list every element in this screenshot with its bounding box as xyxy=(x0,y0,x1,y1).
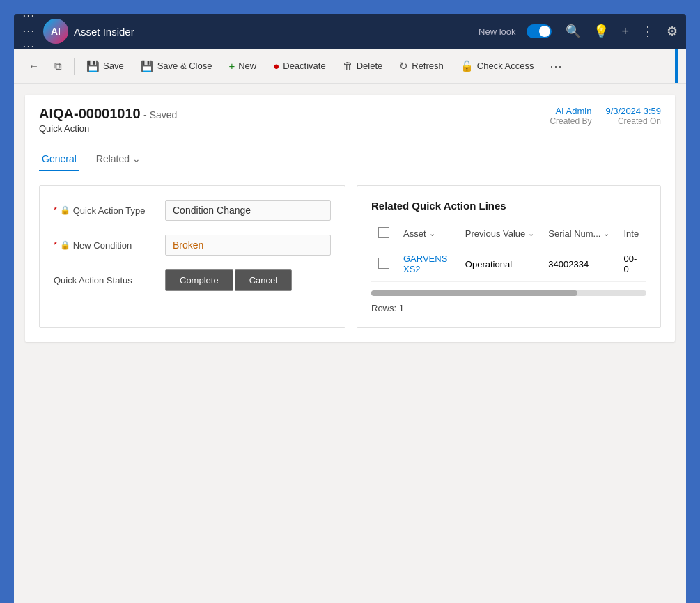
toolbar-divider-1 xyxy=(74,58,75,75)
inte-cell: 00-0 xyxy=(616,246,646,282)
back-icon: ← xyxy=(29,60,39,72)
complete-button[interactable]: Complete xyxy=(165,269,233,291)
back-button[interactable]: ← xyxy=(22,55,45,77)
serial-num-col-header[interactable]: Serial Num... ⌄ xyxy=(541,221,616,246)
delete-icon: 🗑 xyxy=(343,60,353,72)
table-row: GARVENS XS2 Operational 34002334 00-0 xyxy=(371,246,646,282)
created-by-label: Created By xyxy=(550,116,591,126)
nav-right-section: New look xyxy=(479,24,552,38)
tab-related-chevron: ⌄ xyxy=(132,153,141,164)
popout-icon: ⧉ xyxy=(54,60,62,72)
previous-value-col-header-content: Previous Value ⌄ xyxy=(465,228,534,239)
created-by-meta: AI Admin Created By xyxy=(550,106,591,126)
previous-value-sort-icon: ⌄ xyxy=(528,229,534,238)
related-table-title: Related Quick Action Lines xyxy=(371,200,646,212)
previous-value-col-header[interactable]: Previous Value ⌄ xyxy=(458,221,541,246)
record-title-row: AIQA-00001010 - Saved xyxy=(39,106,177,122)
record-id: AIQA-00001010 xyxy=(39,106,141,121)
gear-icon[interactable]: ⚙ xyxy=(667,24,678,39)
tab-general[interactable]: General xyxy=(39,148,79,171)
created-by-name: AI Admin xyxy=(550,106,591,116)
new-icon: + xyxy=(228,60,235,72)
created-on-label: Created On xyxy=(605,116,661,126)
form-body: * 🔒 Quick Action Type Condition Change *… xyxy=(25,171,675,342)
new-label: New xyxy=(238,61,256,71)
new-look-label-top: New look xyxy=(479,26,515,37)
app-frame: ⋅⋅⋅⋅⋅⋅⋅⋅⋅ AI Asset Insider New look 🔍 💡 … xyxy=(14,14,686,603)
record-header: AIQA-00001010 - Saved Quick Action AI Ad… xyxy=(25,95,675,134)
select-all-checkbox[interactable] xyxy=(378,227,389,238)
horizontal-scrollbar[interactable] xyxy=(371,290,646,296)
asset-sort-icon: ⌄ xyxy=(429,229,435,238)
inte-col-header: Inte xyxy=(616,221,646,246)
delete-label: Delete xyxy=(357,61,383,71)
quick-action-type-label: * 🔒 Quick Action Type xyxy=(54,205,165,216)
search-icon[interactable]: 🔍 xyxy=(566,24,581,39)
asset-col-header[interactable]: Asset ⌄ xyxy=(396,221,458,246)
save-close-icon: 💾 xyxy=(141,60,154,72)
created-on-meta: 9/3/2024 3:59 Created On xyxy=(605,106,661,126)
filter-icon[interactable]: ⋮ xyxy=(641,24,654,39)
tab-related[interactable]: Related ⌄ xyxy=(93,148,143,171)
serial-num-sort-icon: ⌄ xyxy=(603,229,609,238)
status-buttons: Complete Cancel xyxy=(165,269,292,291)
popout-button[interactable]: ⧉ xyxy=(47,55,70,77)
delete-button[interactable]: 🗑 Delete xyxy=(335,55,391,77)
new-condition-field: * 🔒 New Condition Broken xyxy=(54,235,331,256)
previous-value-col-label: Previous Value xyxy=(465,228,525,239)
serial-num-col-header-content: Serial Num... ⌄ xyxy=(548,228,609,239)
logo-text: AI xyxy=(51,26,61,37)
serial-num-col-label: Serial Num... xyxy=(548,228,600,239)
more-actions-button[interactable]: ⋯ xyxy=(545,56,566,77)
meta-row: AI Admin Created By 9/3/2024 3:59 Create… xyxy=(550,106,661,126)
quick-action-status-field: Quick Action Status Complete Cancel xyxy=(54,269,331,291)
lock-icon-2: 🔒 xyxy=(60,240,70,250)
check-access-icon: 🔓 xyxy=(460,60,474,72)
required-star-1: * xyxy=(54,205,57,215)
new-condition-label: * 🔒 New Condition xyxy=(54,240,165,251)
table-header-row: Asset ⌄ Previous Value ⌄ xyxy=(371,221,646,246)
asset-col-header-content: Asset ⌄ xyxy=(403,228,451,239)
asset-link[interactable]: GARVENS XS2 xyxy=(403,253,447,274)
asset-col-label: Asset xyxy=(403,228,426,239)
more-icon: ⋯ xyxy=(550,59,562,73)
row-checkbox[interactable] xyxy=(378,258,389,269)
deactivate-icon: ● xyxy=(273,60,279,72)
select-all-col xyxy=(371,221,396,246)
form-right-panel: Related Quick Action Lines Asset xyxy=(357,185,661,328)
refresh-button[interactable]: ↻ Refresh xyxy=(391,55,451,77)
scrollbar-thumb xyxy=(371,290,577,296)
new-button[interactable]: + New xyxy=(221,55,264,77)
form-card: AIQA-00001010 - Saved Quick Action AI Ad… xyxy=(25,95,675,342)
new-condition-value[interactable]: Broken xyxy=(165,235,331,256)
check-access-button[interactable]: 🔓 Check Access xyxy=(453,55,542,77)
new-look-toggle-top[interactable] xyxy=(527,24,552,38)
previous-value-cell: Operational xyxy=(458,246,541,282)
bulb-icon[interactable]: 💡 xyxy=(593,24,609,39)
tabs-bar: General Related ⌄ xyxy=(25,139,675,171)
quick-action-status-label: Quick Action Status xyxy=(54,275,165,285)
record-meta: AI Admin Created By 9/3/2024 3:59 Create… xyxy=(550,106,661,126)
right-border-accent xyxy=(675,49,678,83)
record-saved-status: - Saved xyxy=(143,109,177,120)
logo-circle: AI xyxy=(43,19,68,44)
app-name: Asset Insider xyxy=(74,26,134,38)
toolbar: ← ⧉ 💾 Save 💾 Save & Close + New ● Deacti… xyxy=(14,49,686,84)
nav-icons: 🔍 💡 + ⋮ ⚙ xyxy=(566,24,678,39)
record-type: Quick Action xyxy=(39,123,177,134)
save-label: Save xyxy=(103,61,124,71)
cancel-button[interactable]: Cancel xyxy=(235,269,292,291)
rows-count: Rows: 1 xyxy=(371,303,646,313)
quick-action-type-value[interactable]: Condition Change xyxy=(165,200,331,221)
form-left-panel: * 🔒 Quick Action Type Condition Change *… xyxy=(39,185,345,328)
serial-num-cell: 34002334 xyxy=(541,246,616,282)
save-icon: 💾 xyxy=(86,60,100,72)
record-title-section: AIQA-00001010 - Saved Quick Action xyxy=(39,106,177,134)
deactivate-label: Deactivate xyxy=(283,61,325,71)
save-button[interactable]: 💾 Save xyxy=(79,55,132,77)
add-icon[interactable]: + xyxy=(621,24,629,39)
deactivate-button[interactable]: ● Deactivate xyxy=(265,55,333,77)
save-close-button[interactable]: 💾 Save & Close xyxy=(133,55,220,77)
top-navigation: ⋅⋅⋅⋅⋅⋅⋅⋅⋅ AI Asset Insider New look 🔍 💡 … xyxy=(14,14,686,49)
app-logo: AI Asset Insider xyxy=(43,19,134,44)
